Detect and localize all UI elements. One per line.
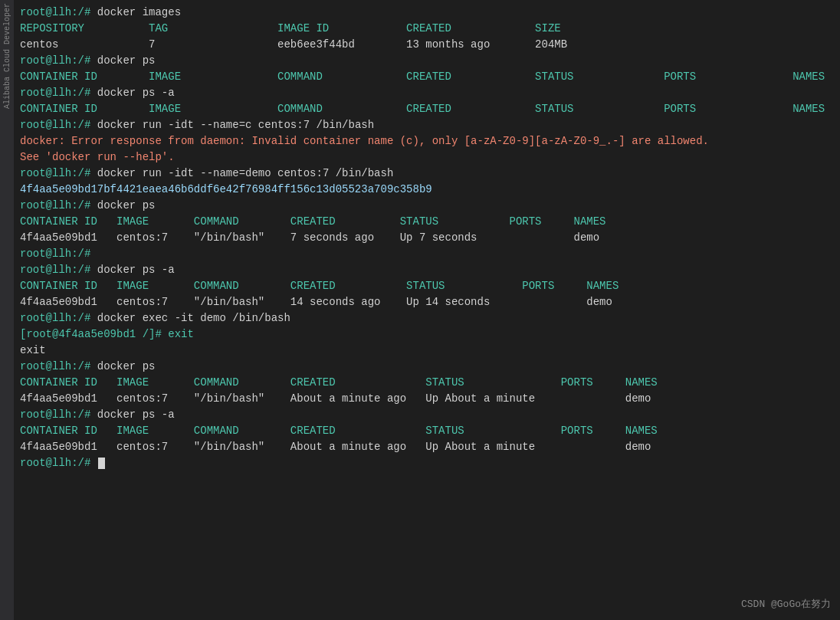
terminal-line: 4f4aa5e09bd1 centos:7 "/bin/bash" About … [20,391,834,407]
terminal-line: CONTAINER ID IMAGE COMMAND CREATED STATU… [20,214,834,230]
sidebar: Alibaba Cloud Developer [0,0,14,620]
terminal-line: centos 7 eeb6ee3f44bd 13 months ago 204M… [20,37,834,53]
terminal-line: [root@4f4aa5e09bd1 /]# exit [20,326,834,343]
terminal-line: See 'docker run --help'. [20,149,834,166]
terminal-line: root@llh:/# docker ps -a [20,407,834,423]
terminal-line: root@llh:/# docker run -idt --name=demo … [20,166,834,182]
terminal-line: root@llh:/# docker ps [20,53,834,69]
terminal-cursor [98,458,105,469]
terminal: root@llh:/# docker imagesREPOSITORY TAG … [14,0,840,620]
terminal-line: root@llh:/# [20,246,834,262]
terminal-line: exit [20,343,834,359]
terminal-line: root@llh:/# docker ps [20,359,834,375]
terminal-line: 4f4aa5e09bd17bf4421eaea46b6ddf6e42f76984… [20,182,834,198]
terminal-output: root@llh:/# docker imagesREPOSITORY TAG … [20,5,834,471]
terminal-line: REPOSITORY TAG IMAGE ID CREATED SIZE [20,21,834,37]
terminal-line: root@llh:/# [20,455,834,471]
terminal-line: 4f4aa5e09bd1 centos:7 "/bin/bash" 7 seco… [20,230,834,246]
sidebar-label: Alibaba Cloud Developer [3,3,11,109]
terminal-line: CONTAINER ID IMAGE COMMAND CREATED STATU… [20,278,834,294]
terminal-line: root@llh:/# docker images [20,5,834,21]
terminal-line: CONTAINER ID IMAGE COMMAND CREATED STATU… [20,69,834,85]
terminal-line: CONTAINER ID IMAGE COMMAND CREATED STATU… [20,375,834,391]
terminal-line: 4f4aa5e09bd1 centos:7 "/bin/bash" About … [20,439,834,455]
terminal-line: docker: Error response from daemon: Inva… [20,133,834,149]
terminal-line: root@llh:/# docker ps -a [20,85,834,101]
watermark: CSDN @GoGo在努力 [741,597,831,611]
terminal-line: root@llh:/# docker exec -it demo /bin/ba… [20,310,834,326]
terminal-line: CONTAINER ID IMAGE COMMAND CREATED STATU… [20,101,834,117]
terminal-line: 4f4aa5e09bd1 centos:7 "/bin/bash" 14 sec… [20,294,834,310]
terminal-line: root@llh:/# docker run -idt --name=c cen… [20,117,834,133]
terminal-line: root@llh:/# docker ps -a [20,262,834,278]
terminal-line: root@llh:/# docker ps [20,198,834,214]
terminal-line: CONTAINER ID IMAGE COMMAND CREATED STATU… [20,423,834,439]
